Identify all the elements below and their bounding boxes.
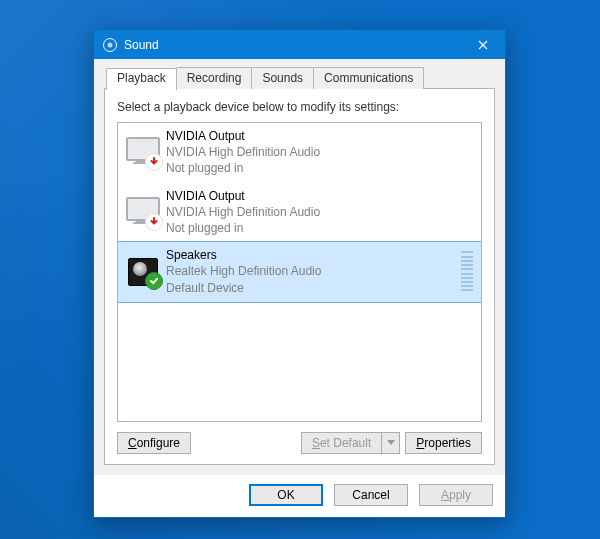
sound-icon [102,37,118,53]
device-status: Not plugged in [166,160,473,176]
device-name: Speakers [166,247,455,263]
device-name: NVIDIA Output [166,128,473,144]
apply-rest: pply [449,488,471,502]
properties-rest: roperties [424,436,471,450]
tab-button-row: Configure Set Default Properties [117,432,482,454]
configure-label-rest: onfigure [137,436,180,450]
close-button[interactable] [460,30,505,59]
check-icon [145,272,163,290]
monitor-icon [126,136,160,168]
set-default-dropdown[interactable] [382,432,400,454]
window-title: Sound [124,38,460,52]
device-row[interactable]: SpeakersRealtek High Definition AudioDef… [117,241,482,303]
device-status: Not plugged in [166,220,473,236]
configure-label-u: C [128,436,137,450]
titlebar[interactable]: Sound [94,30,505,59]
set-default-button[interactable]: Set Default [301,432,382,454]
sound-dialog: Sound PlaybackRecordingSoundsCommunicati… [93,29,506,518]
properties-button[interactable]: Properties [405,432,482,454]
device-status: Default Device [166,280,455,296]
monitor-icon [126,196,160,228]
instruction-text: Select a playback device below to modify… [117,100,482,114]
cancel-button[interactable]: Cancel [334,484,408,506]
device-list[interactable]: NVIDIA OutputNVIDIA High Definition Audi… [117,122,482,422]
volume-meter [461,250,473,292]
device-driver: NVIDIA High Definition Audio [166,204,473,220]
device-row[interactable]: NVIDIA OutputNVIDIA High Definition Audi… [118,123,481,183]
tab-strip: PlaybackRecordingSoundsCommunications [106,67,495,89]
tab-communications[interactable]: Communications [313,67,424,89]
device-driver: NVIDIA High Definition Audio [166,144,473,160]
unplugged-icon [145,213,163,231]
tab-playback[interactable]: Playback [106,68,177,90]
apply-button[interactable]: Apply [419,484,493,506]
set-default-rest: et Default [320,436,371,450]
configure-button[interactable]: Configure [117,432,191,454]
device-text: NVIDIA OutputNVIDIA High Definition Audi… [166,188,473,237]
dialog-body: PlaybackRecordingSoundsCommunications Se… [94,59,505,475]
tab-sounds[interactable]: Sounds [251,67,314,89]
speaker-icon [126,255,160,287]
unplugged-icon [145,153,163,171]
device-row[interactable]: NVIDIA OutputNVIDIA High Definition Audi… [118,183,481,243]
set-default-split-button[interactable]: Set Default [301,432,400,454]
tab-page-playback: Select a playback device below to modify… [104,88,495,465]
apply-u: A [441,488,449,502]
ok-button[interactable]: OK [249,484,323,506]
tab-control: PlaybackRecordingSoundsCommunications Se… [104,67,495,465]
device-text: NVIDIA OutputNVIDIA High Definition Audi… [166,128,473,177]
tab-recording[interactable]: Recording [176,67,253,89]
device-text: SpeakersRealtek High Definition AudioDef… [166,247,455,296]
dialog-button-bar: OK Cancel Apply [94,475,505,517]
svg-point-1 [108,42,113,47]
device-name: NVIDIA Output [166,188,473,204]
set-default-u: S [312,436,320,450]
desktop-background: Sound PlaybackRecordingSoundsCommunicati… [0,0,600,539]
device-driver: Realtek High Definition Audio [166,263,455,279]
chevron-down-icon [387,440,395,446]
